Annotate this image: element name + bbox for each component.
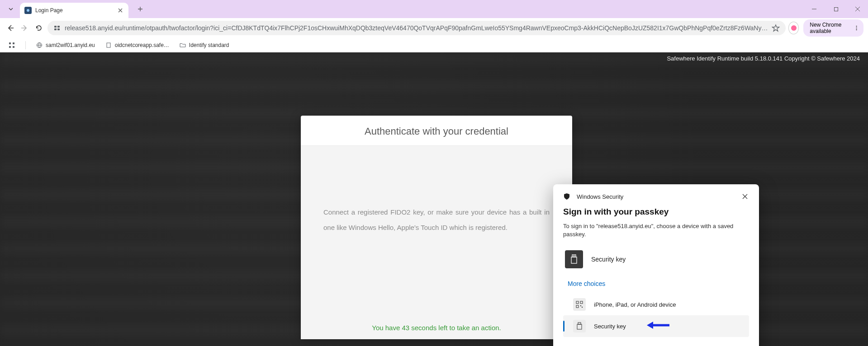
svg-rect-18 <box>573 256 574 257</box>
svg-rect-20 <box>576 301 579 304</box>
tab-title: Login Page <box>35 7 113 14</box>
folder-icon <box>179 42 186 49</box>
annotation-arrow-icon <box>647 321 669 332</box>
svg-rect-15 <box>107 43 110 47</box>
ws-description: To sign in to "release518.anyid.eu", cho… <box>563 222 749 238</box>
svg-rect-12 <box>9 46 11 48</box>
maximize-button[interactable] <box>825 0 846 18</box>
svg-rect-26 <box>577 324 582 329</box>
tab-close-icon[interactable] <box>117 7 124 14</box>
auth-body-text: Connect a registered FIDO2 key, or make … <box>323 205 550 235</box>
browser-tab[interactable]: Login Page <box>20 3 128 18</box>
bookmark-label: oidcnetcoreapp.safe… <box>115 42 169 48</box>
svg-rect-5 <box>57 28 60 30</box>
svg-rect-17 <box>571 257 577 263</box>
choice-seckey-label: Security key <box>594 323 626 330</box>
bookmark-bar: saml2wif01.anyid.eu oidcnetcoreapp.safe…… <box>0 38 868 52</box>
svg-rect-23 <box>580 305 581 306</box>
auth-footer: You have 43 seconds left to take an acti… <box>301 318 572 339</box>
svg-point-9 <box>856 29 857 30</box>
reload-button[interactable] <box>33 21 45 35</box>
profile-button[interactable] <box>788 22 799 34</box>
svg-point-7 <box>856 26 857 27</box>
favicon-icon <box>24 7 32 14</box>
new-tab-button[interactable] <box>134 3 147 15</box>
svg-rect-11 <box>13 42 14 44</box>
svg-point-0 <box>27 9 29 12</box>
svg-rect-1 <box>834 7 838 11</box>
forward-button[interactable] <box>19 21 31 35</box>
countdown-text: You have 43 seconds left to take an acti… <box>372 324 501 332</box>
site-settings-icon[interactable] <box>53 24 61 32</box>
bookmark-star-icon[interactable] <box>771 23 780 33</box>
ws-heading: Sign in with your passkey <box>563 207 749 217</box>
ws-app-name: Windows Security <box>577 193 623 200</box>
svg-point-6 <box>791 25 797 31</box>
window-controls <box>804 0 868 18</box>
ws-close-button[interactable] <box>741 192 749 201</box>
bookmark-label: Identify standard <box>189 42 229 48</box>
bookmark-oidcnetcoreapp[interactable]: oidcnetcoreapp.safe… <box>105 42 169 49</box>
apps-icon <box>8 42 15 49</box>
bookmark-identify-standard[interactable]: Identify standard <box>179 42 229 49</box>
url-text: release518.anyid.eu/runtime/otpauth/twof… <box>65 24 768 32</box>
auth-card: Authenticate with your credential Connec… <box>301 116 572 339</box>
svg-point-8 <box>856 28 857 28</box>
chip-label: New Chrome available <box>810 22 853 34</box>
divider <box>25 41 26 49</box>
svg-rect-4 <box>54 28 57 30</box>
close-window-button[interactable] <box>847 0 868 18</box>
usb-key-small-icon <box>573 320 586 332</box>
more-choices-link[interactable]: More choices <box>568 280 749 287</box>
auth-title: Authenticate with your credential <box>301 116 572 146</box>
copyright-text: Safewhere Identify Runtime build 5.18.0.… <box>667 55 860 62</box>
auth-body: Connect a registered FIDO2 key, or make … <box>301 146 572 318</box>
ws-main-label: Security key <box>591 256 626 263</box>
windows-security-dialog: Windows Security Sign in with your passk… <box>553 184 759 346</box>
bookmark-label: saml2wif01.anyid.eu <box>46 42 95 48</box>
back-button[interactable] <box>5 21 16 35</box>
choice-mobile-label: iPhone, iPad, or Android device <box>594 301 676 308</box>
svg-rect-13 <box>13 46 14 48</box>
svg-rect-16 <box>572 255 576 257</box>
tab-bar: Login Page <box>0 0 868 18</box>
svg-rect-25 <box>578 323 581 324</box>
usb-key-icon <box>565 250 583 268</box>
globe-icon <box>36 42 43 49</box>
ws-main-option[interactable]: Security key <box>563 247 749 272</box>
svg-rect-19 <box>574 256 575 257</box>
svg-rect-10 <box>9 42 11 44</box>
address-bar[interactable]: release518.anyid.eu/runtime/otpauth/twof… <box>47 21 786 35</box>
choice-security-key[interactable]: Security key <box>563 315 749 337</box>
shield-icon <box>563 193 570 200</box>
apps-button[interactable] <box>8 42 15 49</box>
ws-header: Windows Security <box>563 192 749 201</box>
page-icon <box>105 42 112 49</box>
new-chrome-chip[interactable]: New Chrome available <box>803 19 863 37</box>
svg-rect-22 <box>576 305 579 308</box>
toolbar: release518.anyid.eu/runtime/otpauth/twof… <box>0 18 868 38</box>
svg-rect-24 <box>582 307 583 308</box>
choice-mobile[interactable]: iPhone, iPad, or Android device <box>563 294 749 315</box>
svg-rect-3 <box>57 26 60 28</box>
svg-rect-2 <box>54 26 57 28</box>
minimize-button[interactable] <box>804 0 825 18</box>
svg-rect-21 <box>580 301 583 304</box>
kebab-icon <box>856 25 857 31</box>
page-content: Safewhere Identify Runtime build 5.18.0.… <box>0 52 868 346</box>
browser-chrome: Login Page <box>0 0 868 52</box>
qr-icon <box>573 298 586 311</box>
bookmark-saml2wif01[interactable]: saml2wif01.anyid.eu <box>36 42 95 49</box>
tab-search-button[interactable] <box>5 4 16 14</box>
